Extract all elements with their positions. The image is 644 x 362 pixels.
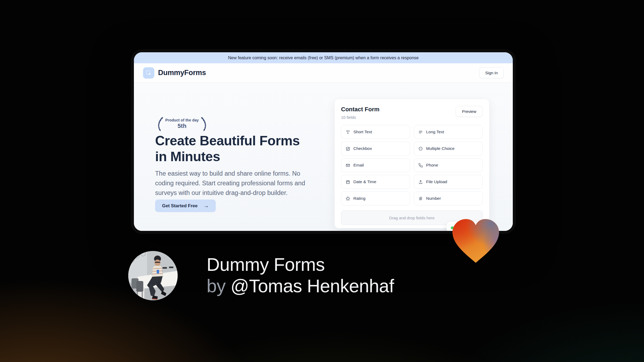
brand[interactable]: DummyForms [143, 67, 206, 79]
field-type-date-time[interactable]: Date & Time [341, 175, 410, 189]
form-builder-card: Contact Form 10 fields Preview Short Tex… [334, 99, 489, 228]
brand-name: DummyForms [158, 69, 206, 77]
top-nav: DummyForms Sign In [134, 63, 513, 83]
credit-author-handle: @Tomas Henkenhaf [230, 276, 394, 296]
field-type-file-upload[interactable]: File Upload [414, 175, 483, 189]
app-window-content: New feature coming soon: receive emails … [134, 52, 513, 231]
credit-product-name: Dummy Forms [207, 254, 394, 275]
get-started-button[interactable]: Get Started Free → [155, 200, 216, 212]
field-type-long-text[interactable]: Long Text [414, 125, 483, 139]
field-type-multiple-choice[interactable]: Multiple Choice [414, 142, 483, 156]
upload-icon [418, 180, 423, 184]
form-field-count: 10 fields [341, 115, 379, 120]
form-meta: Contact Form 10 fields [341, 106, 379, 120]
field-type-number[interactable]: Number [414, 191, 483, 205]
calendar-icon [346, 180, 350, 184]
hash-icon [418, 196, 423, 201]
form-title: Contact Form [341, 106, 379, 113]
author-avatar [128, 251, 178, 300]
preview-button[interactable]: Preview [456, 106, 483, 117]
get-started-label: Get Started Free [162, 203, 197, 209]
arrow-right-icon: → [203, 203, 209, 209]
hero-description: The easiest way to build and share onlin… [155, 169, 310, 198]
short-text-icon [346, 130, 350, 134]
field-type-checkbox[interactable]: Checkbox [341, 142, 410, 156]
long-text-icon [418, 130, 423, 134]
field-type-email[interactable]: Email [341, 158, 410, 172]
checkbox-icon [346, 146, 350, 151]
app-window: New feature coming soon: receive emails … [131, 49, 516, 234]
announcement-banner: New feature coming soon: receive emails … [134, 52, 513, 63]
field-type-short-text[interactable]: Short Text [341, 125, 410, 139]
dummyforms-logo-icon [143, 67, 154, 79]
field-type-phone[interactable]: Phone [414, 158, 483, 172]
announcement-text: New feature coming soon: receive emails … [228, 56, 419, 60]
hero-title: Create Beautiful Forms in Minutes [155, 133, 308, 164]
phone-icon [418, 163, 423, 168]
envelope-icon [346, 163, 350, 168]
credit-by: by [207, 276, 230, 296]
field-type-grid: Short Text Long Text Che [341, 125, 483, 205]
star-icon [346, 196, 350, 201]
product-of-the-day-badge: Product of the day 5th [155, 116, 209, 131]
promo-card: New feature coming soon: receive emails … [0, 0, 644, 362]
drag-drop-label: Drag and drop fields here [389, 216, 434, 220]
credit-text: Dummy Forms by @Tomas Henkenhaf [207, 254, 394, 297]
hero-section: Product of the day 5th Create Beautiful … [134, 83, 513, 231]
award-text: Product of the day 5th [165, 118, 199, 130]
sign-in-button[interactable]: Sign In [479, 67, 504, 78]
credit-byline: by @Tomas Henkenhaf [207, 275, 394, 297]
field-type-rating[interactable]: Rating [341, 191, 410, 205]
laurel-right-icon [200, 116, 209, 131]
laurel-left-icon [155, 116, 164, 131]
radio-circle-icon [418, 146, 423, 151]
